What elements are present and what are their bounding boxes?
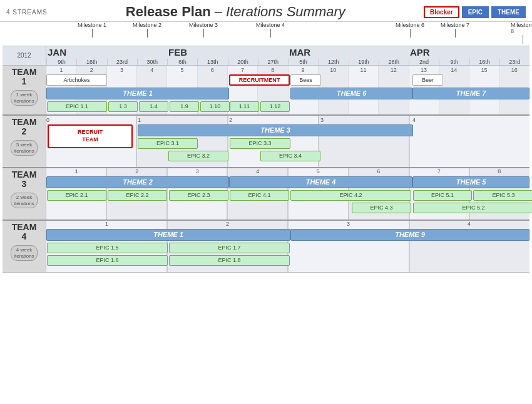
apr-9: 9th <box>439 59 469 65</box>
jan-9: 9th <box>46 59 76 65</box>
apr-2: 2nd <box>409 59 439 65</box>
epic-button[interactable]: EPIC <box>462 6 489 18</box>
team-3-name: TEAM3 <box>12 170 37 189</box>
team-3-iter-badge: 2 weekiterations <box>11 193 37 208</box>
month-jan: JAN 9th 16th 23rd 30th <box>46 46 167 65</box>
milestone-7: Milestone 7 <box>441 22 469 38</box>
apr-dates: 2nd 9th 16th 23rd <box>409 59 529 65</box>
month-apr-label: APR <box>409 46 529 59</box>
t1-epic19: 1.9 <box>170 101 199 112</box>
t3-epic52: EPIC 5.2 <box>413 203 532 213</box>
t1-feature-artichokes: Artichokes <box>46 74 107 86</box>
feb-6: 6th <box>167 59 197 65</box>
t2-theme3: THEME 3 <box>138 124 413 136</box>
t3-epic42: EPIC 4.2 <box>290 190 411 201</box>
mar-dates: 5th 12th 19th 26th <box>288 59 409 65</box>
team-2-iter-badge: 3 weekiterations <box>11 140 37 156</box>
page: 4 STREAMS Release Plan – Iterations Summ… <box>0 0 532 404</box>
t3-epic41: EPIC 4.1 <box>230 190 289 201</box>
t4-theme1: THEME 1 <box>46 229 290 241</box>
t1-theme6: THEME 6 <box>290 88 412 99</box>
feb-20: 20th <box>228 59 258 65</box>
t4-epic16: EPIC 1.6 <box>47 255 168 266</box>
team-1-row: TEAM1 1 weekiterations <box>3 66 529 116</box>
team-4-name: TEAM4 <box>12 223 37 242</box>
t4-epic15: EPIC 1.5 <box>47 243 168 253</box>
t1-epic111: 1.11 <box>230 101 259 112</box>
title-sub: Iterations Summary <box>226 4 345 19</box>
feb-13: 13th <box>197 59 227 65</box>
month-mar-label: MAR <box>288 46 409 59</box>
team-4-iter-nums: 1 2 3 4 <box>46 221 529 227</box>
t1-recruitment: RECRUITMENT <box>229 74 290 86</box>
team-1-name: TEAM1 <box>12 68 37 87</box>
mar-5: 5th <box>288 59 318 65</box>
t2-epic32: EPIC 3.2 <box>168 151 228 161</box>
team-2-row: TEAM2 3 weekiterations 0 1 2 3 4 <box>3 116 529 168</box>
milestone-6: Milestone 6 <box>396 22 424 38</box>
team-4-label: TEAM4 4 weekiterations <box>3 221 46 272</box>
t1-feature-beer: Beer <box>412 74 443 86</box>
t1-theme7: THEME 7 <box>412 88 529 99</box>
milestone-2: Milestone 2 <box>133 22 161 38</box>
team-3-iter-nums: 1 2 3 4 5 6 7 8 <box>46 168 529 174</box>
team-4-row: TEAM4 4 weekiterations 1 2 3 4 T <box>3 221 529 273</box>
streams-label: 4 STREAMS <box>6 9 48 16</box>
milestone-1: Milestone 1 <box>78 22 106 38</box>
team-1-iter-badge: 1 weekiterations <box>11 90 37 106</box>
t3-epic22: EPIC 2.2 <box>108 190 167 201</box>
t2-recruit-team: RECRUITTEAM <box>48 124 133 148</box>
apr-16: 16th <box>469 59 499 65</box>
team-4-iter-badge: 4 weekiterations <box>11 245 37 261</box>
mar-26: 26th <box>379 59 409 65</box>
mar-12: 12th <box>318 59 348 65</box>
legend-buttons: Blocker EPIC THEME <box>424 6 526 18</box>
team-2-label: TEAM2 3 weekiterations <box>3 116 46 167</box>
t3-theme5: THEME 5 <box>412 176 529 188</box>
header: 4 STREAMS Release Plan – Iterations Summ… <box>0 0 532 22</box>
date-header: 2012 JAN 9th 16th 23rd 30th FEB 6th 13th… <box>3 46 529 66</box>
t1-epic110: 1.10 <box>200 101 230 112</box>
blocker-button[interactable]: Blocker <box>424 6 459 18</box>
milestone-4: Milestone 4 <box>256 22 285 38</box>
team-3-row: TEAM3 2 weekiterations 1 2 <box>3 168 529 221</box>
t3-epic23: EPIC 2.3 <box>169 190 228 201</box>
team-2-content: 0 1 2 3 4 RECRUITTEAM THEME 3 EPIC 3.1 E… <box>46 116 529 167</box>
t4-theme9: THEME 9 <box>290 229 529 241</box>
team-1-label: TEAM1 1 weekiterations <box>3 66 46 114</box>
month-feb: FEB 6th 13th 20th 27th <box>167 46 288 65</box>
t1-feature-bees: Bees <box>290 74 321 86</box>
jan-16: 16th <box>76 59 106 65</box>
apr-23: 23rd <box>499 59 529 65</box>
feb-27: 27th <box>258 59 288 65</box>
team-3-label: TEAM3 2 weekiterations <box>3 168 46 220</box>
team-3-content: 1 2 3 4 5 6 7 8 THEME 2 THEME 4 THEME 5 … <box>46 168 529 220</box>
t1-epic14: 1.4 <box>139 101 168 112</box>
t2-epic34: EPIC 3.4 <box>260 151 320 161</box>
year-label: 2012 <box>3 46 46 65</box>
milestone-3: Milestone 3 <box>189 22 218 38</box>
theme-button[interactable]: THEME <box>491 6 526 18</box>
title-main: Release Plan <box>126 4 211 19</box>
page-title: Release Plan – Iterations Summary <box>126 4 345 20</box>
t2-epic33: EPIC 3.3 <box>230 138 290 149</box>
jan-dates: 9th 16th 23rd 30th <box>46 59 167 65</box>
t3-epic51: EPIC 5.1 <box>413 190 472 201</box>
milestone-8: Milestone 8 <box>511 22 532 44</box>
feb-dates: 6th 13th 20th 27th <box>167 59 288 65</box>
t4-epic18: EPIC 1.8 <box>169 255 290 266</box>
month-jan-label: JAN <box>46 46 167 59</box>
team-1-iter-nums: 1 2 3 4 5 6 7 8 9 10 11 12 13 14 15 16 <box>46 67 529 73</box>
milestones-row: Milestone 1 Milestone 2 Milestone 3 Mile… <box>46 22 529 46</box>
month-apr: APR 2nd 9th 16th 23rd <box>409 46 529 65</box>
t3-theme2: THEME 2 <box>46 176 229 188</box>
t4-epic17: EPIC 1.7 <box>169 243 290 253</box>
title-dash: – <box>215 4 226 19</box>
team-1-content: 1 2 3 4 5 6 7 8 9 10 11 12 13 14 15 16 <box>46 66 529 114</box>
t1-theme1: THEME 1 <box>46 88 229 99</box>
t1-epic112: 1.12 <box>260 101 290 112</box>
t3-epic53: EPIC 5.3 <box>473 190 532 201</box>
team-4-content: 1 2 3 4 THEME 1 THEME 9 EPIC 1.5 EPIC 1.… <box>46 221 529 272</box>
t1-epic13: 1.3 <box>108 101 138 112</box>
t1-epic11: EPIC 1.1 <box>47 101 107 112</box>
